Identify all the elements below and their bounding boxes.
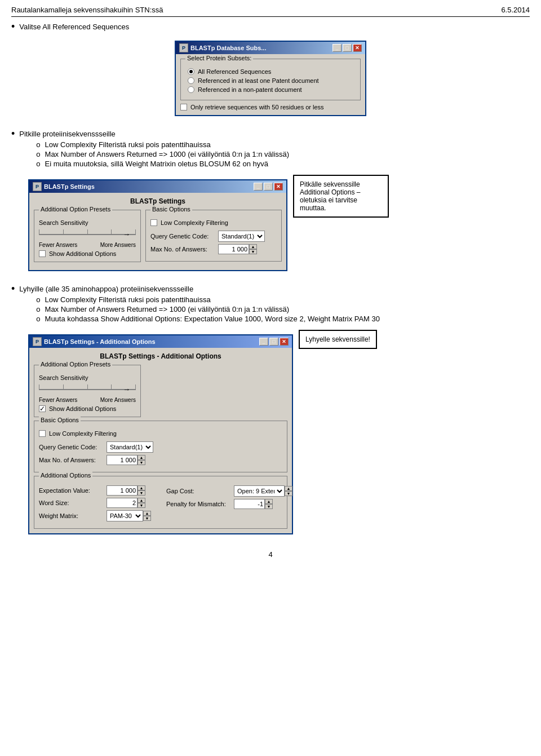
- bullet-dot-3: •: [11, 284, 15, 294]
- addl-low-complexity-checkbox[interactable]: [39, 430, 46, 437]
- radio-patent-btn[interactable]: [188, 77, 194, 84]
- addl-show-options-row[interactable]: ✓ Show Additional Options: [39, 405, 136, 412]
- page-header: Rautalankamalleja sekvenssihakuihin STN:…: [11, 6, 530, 17]
- addl-max-answers-spinbox[interactable]: ▲ ▼: [107, 455, 145, 465]
- addl-close-btn[interactable]: ✕: [280, 338, 289, 346]
- penalty-row: Penalty for Mismatch: ▲ ▼: [166, 499, 282, 509]
- expectation-spinbox[interactable]: ▲ ▼: [107, 485, 145, 496]
- db-dialog-icon: P: [179, 43, 188, 52]
- settings-dialog-icon: P: [33, 182, 42, 191]
- addl-low-complexity-row[interactable]: Low Complexity Filtering: [39, 430, 282, 437]
- addl-spin-down-btn[interactable]: ▼: [138, 460, 145, 465]
- checkbox-50residues-box[interactable]: [180, 104, 187, 110]
- penalty-spin-down[interactable]: ▼: [265, 504, 273, 509]
- addl-spin-up-btn[interactable]: ▲: [138, 455, 145, 460]
- addl-dialog: P BLASTp Settings - Additional Options _…: [28, 334, 293, 534]
- gap-cost-spinbox[interactable]: Open: 9 Extend: 1 ▲ ▼: [234, 485, 292, 497]
- page-date: 6.5.2014: [501, 6, 530, 14]
- radio-patent-label: Referenced in at least one Patent docume…: [198, 77, 319, 84]
- expectation-label: Expectation Value:: [39, 487, 107, 494]
- section3-item-1: Low Complexity Filteristä ruksi pois pat…: [36, 295, 380, 304]
- word-size-input[interactable]: [107, 498, 138, 508]
- addl-dialog-icon: P: [33, 337, 42, 346]
- weight-matrix-row: Weight Matrix: PAM-30 ▲ ▼: [39, 510, 155, 521]
- db-dialog-content: Select Protein Subsets: All Referenced S…: [176, 54, 365, 115]
- spin-down-btn[interactable]: ▼: [249, 249, 257, 254]
- close-button[interactable]: ✕: [353, 44, 362, 52]
- gap-spin-down[interactable]: ▼: [285, 491, 292, 496]
- maximize-button[interactable]: □: [343, 44, 352, 52]
- addl-maximize-btn[interactable]: □: [269, 338, 278, 346]
- show-options-checkbox[interactable]: [39, 250, 46, 257]
- gap-cost-select[interactable]: Open: 9 Extend: 1: [234, 485, 285, 497]
- left-panel-label: Additional Option Presets: [39, 206, 112, 213]
- gap-spin-up[interactable]: ▲: [285, 486, 292, 491]
- settings-maximize-btn[interactable]: □: [264, 183, 273, 191]
- expectation-row: Expectation Value: ▲ ▼: [39, 485, 155, 496]
- radio-all[interactable]: All Referenced Sequences: [188, 68, 353, 75]
- page-number: 4: [11, 550, 530, 559]
- show-options-row[interactable]: Show Additional Options: [39, 250, 136, 257]
- more-label: More Answers: [100, 242, 136, 248]
- settings-dialog-content: BLASTp Settings Additional Option Preset…: [29, 193, 286, 270]
- addl-slider-track[interactable]: →: [39, 384, 136, 395]
- addl-max-answers-input[interactable]: [107, 455, 138, 465]
- expect-spin-down[interactable]: ▼: [138, 490, 145, 496]
- weight-spin-up[interactable]: ▲: [143, 511, 151, 516]
- addl-minimize-btn[interactable]: _: [259, 338, 268, 346]
- word-size-label: Word Size:: [39, 499, 107, 506]
- low-complexity-checkbox[interactable]: [150, 219, 157, 226]
- weight-matrix-spinbox[interactable]: PAM-30 ▲ ▼: [107, 510, 151, 521]
- penalty-spin-up[interactable]: ▲: [265, 499, 273, 504]
- word-size-spinbox[interactable]: ▲ ▼: [107, 498, 145, 508]
- addl-subtitle: BLASTp Settings - Additional Options: [34, 352, 287, 360]
- spin-up-btn[interactable]: ▲: [249, 244, 257, 249]
- settings-minimize-btn[interactable]: _: [254, 183, 263, 191]
- radio-all-btn[interactable]: [188, 68, 194, 75]
- slider-labels: Fewer Answers More Answers: [39, 242, 136, 248]
- max-answers-input[interactable]: [218, 244, 249, 254]
- penalty-input[interactable]: [234, 499, 265, 509]
- checkbox-50residues-label: Only retrieve sequences with 50 residues…: [190, 104, 324, 110]
- slider-track[interactable]: →: [39, 229, 136, 240]
- gap-spin-btns: ▲ ▼: [285, 486, 292, 496]
- max-answers-spinbox[interactable]: ▲ ▼: [218, 244, 257, 254]
- weight-spin-down[interactable]: ▼: [143, 516, 151, 521]
- word-spin-up[interactable]: ▲: [138, 498, 145, 503]
- addl-right-panel-group: Basic Options Low Complexity Filtering Q…: [34, 421, 287, 472]
- low-complexity-row[interactable]: Low Complexity Filtering: [150, 219, 277, 226]
- addl-slider-ticks: [39, 384, 136, 390]
- section3-callout: Lyhyelle sekvenssille!: [299, 330, 377, 349]
- spin-buttons: ▲ ▼: [249, 244, 257, 254]
- penalty-spinbox[interactable]: ▲ ▼: [234, 499, 273, 509]
- addl-options-group: Additional Options Expectation Value: ▲ …: [34, 476, 287, 529]
- bullet-1: • Valitse All Referenced Sequences: [11, 23, 530, 32]
- slider-arrow: →: [123, 230, 130, 238]
- radio-patent[interactable]: Referenced in at least one Patent docume…: [188, 77, 353, 84]
- word-spin-down[interactable]: ▼: [138, 503, 145, 508]
- checkbox-50residues[interactable]: Only retrieve sequences with 50 residues…: [180, 104, 361, 110]
- weight-matrix-select[interactable]: PAM-30: [107, 510, 143, 521]
- addl-query-genetic-select[interactable]: Standard(1): [107, 441, 153, 453]
- query-genetic-select[interactable]: Standard(1): [218, 231, 265, 242]
- expect-spin-up[interactable]: ▲: [138, 485, 145, 490]
- query-genetic-row: Query Genetic Code: Standard(1): [150, 231, 277, 242]
- addl-show-options-checkbox[interactable]: ✓: [39, 405, 46, 412]
- section-3: • Lyhyille (alle 35 aminohappoa) proteii…: [11, 285, 530, 539]
- expectation-input[interactable]: [107, 485, 138, 496]
- settings-dialog: P BLASTp Settings _ □ ✕ BLASTp Settings …: [28, 179, 287, 271]
- db-dialog-titlebar: P BLASTp Database Subs... _ □ ✕: [176, 42, 365, 54]
- radio-nonpatent[interactable]: Referenced in a non-patent document: [188, 86, 353, 93]
- sensitivity-label: Search Sensitivity: [39, 219, 136, 226]
- gap-cost-row: Gap Cost: Open: 9 Extend: 1 ▲ ▼: [166, 485, 282, 497]
- settings-close-btn[interactable]: ✕: [274, 183, 283, 191]
- query-genetic-label: Query Genetic Code:: [150, 233, 218, 240]
- addl-left-panel-label: Additional Option Presets: [39, 361, 112, 368]
- minimize-button[interactable]: _: [332, 44, 342, 52]
- section2-callout-text: Pitkälle sekvenssille Additional Options…: [300, 180, 360, 212]
- section2-intro: Pitkille proteiinisekvenssseille: [19, 130, 116, 138]
- gap-cost-label: Gap Cost:: [166, 488, 234, 494]
- protein-subsets-group: Select Protein Subsets: All Referenced S…: [180, 59, 361, 100]
- radio-nonpatent-btn[interactable]: [188, 86, 194, 93]
- addl-dialog-content: BLASTp Settings - Additional Options Add…: [29, 348, 292, 533]
